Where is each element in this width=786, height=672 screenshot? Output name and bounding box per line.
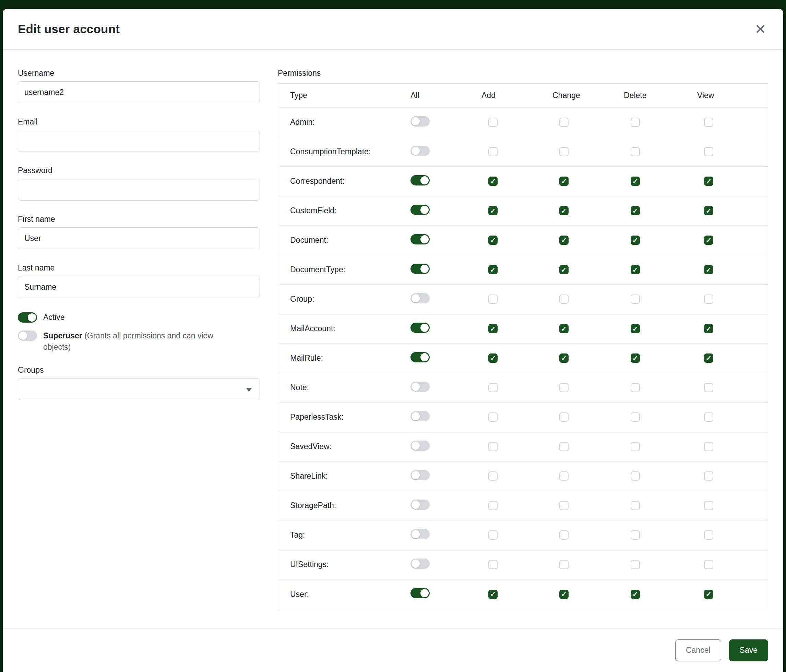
permission-checkbox-add[interactable] xyxy=(488,560,498,569)
username-input[interactable] xyxy=(18,81,260,103)
permission-checkbox-view[interactable] xyxy=(704,118,713,127)
permission-checkbox-delete[interactable] xyxy=(630,177,640,186)
permission-checkbox-view[interactable] xyxy=(704,206,713,215)
permission-checkbox-add[interactable] xyxy=(488,590,498,599)
permission-checkbox-delete[interactable] xyxy=(630,590,640,599)
permission-checkbox-view[interactable] xyxy=(704,560,713,569)
permission-checkbox-change[interactable] xyxy=(559,118,569,127)
permission-checkbox-view[interactable] xyxy=(704,383,713,392)
save-button[interactable]: Save xyxy=(729,639,768,661)
permission-checkbox-view[interactable] xyxy=(704,590,713,599)
email-field[interactable] xyxy=(18,130,260,152)
permission-checkbox-view[interactable] xyxy=(704,442,713,451)
permission-checkbox-delete[interactable] xyxy=(630,413,640,422)
groups-select[interactable] xyxy=(18,378,260,400)
permission-checkbox-view[interactable] xyxy=(704,413,713,422)
permission-checkbox-view[interactable] xyxy=(704,471,713,481)
permission-checkbox-view[interactable] xyxy=(704,147,713,156)
permission-checkbox-change[interactable] xyxy=(559,236,569,245)
permission-checkbox-delete[interactable] xyxy=(630,236,640,245)
permission-checkbox-view[interactable] xyxy=(704,265,713,274)
permission-checkbox-change[interactable] xyxy=(559,324,569,333)
permission-checkbox-delete[interactable] xyxy=(630,442,640,451)
permission-checkbox-delete[interactable] xyxy=(630,383,640,392)
permission-row: DocumentType: xyxy=(278,255,768,284)
permission-checkbox-delete[interactable] xyxy=(630,206,640,215)
superuser-toggle[interactable] xyxy=(18,331,37,341)
permission-checkbox-view[interactable] xyxy=(704,177,713,186)
permission-checkbox-view[interactable] xyxy=(704,324,713,333)
permission-checkbox-change[interactable] xyxy=(559,353,569,363)
permission-checkbox-add[interactable] xyxy=(488,206,498,215)
permission-checkbox-view[interactable] xyxy=(704,295,713,304)
permission-toggle-all[interactable] xyxy=(410,411,430,421)
first-name-input[interactable] xyxy=(18,227,260,249)
permission-checkbox-change[interactable] xyxy=(559,471,569,481)
permission-checkbox-change[interactable] xyxy=(559,531,569,540)
permission-toggle-all[interactable] xyxy=(410,146,430,156)
permission-checkbox-add[interactable] xyxy=(488,531,498,540)
permission-toggle-all[interactable] xyxy=(410,205,430,215)
permission-checkbox-add[interactable] xyxy=(488,442,498,451)
permission-checkbox-add[interactable] xyxy=(488,353,498,363)
permission-checkbox-view[interactable] xyxy=(704,236,713,245)
permission-checkbox-delete[interactable] xyxy=(630,353,640,363)
permission-checkbox-add[interactable] xyxy=(488,413,498,422)
permission-checkbox-delete[interactable] xyxy=(630,147,640,156)
permission-checkbox-change[interactable] xyxy=(559,147,569,156)
permission-checkbox-add[interactable] xyxy=(488,236,498,245)
permission-checkbox-add[interactable] xyxy=(488,147,498,156)
permission-toggle-all[interactable] xyxy=(410,234,430,245)
permission-toggle-all[interactable] xyxy=(410,470,430,480)
permission-checkbox-delete[interactable] xyxy=(630,118,640,127)
permission-checkbox-add[interactable] xyxy=(488,501,498,510)
permission-checkbox-delete[interactable] xyxy=(630,501,640,510)
permission-checkbox-change[interactable] xyxy=(559,590,569,599)
permission-checkbox-delete[interactable] xyxy=(630,324,640,333)
permission-toggle-all[interactable] xyxy=(410,293,430,303)
permission-checkbox-change[interactable] xyxy=(559,413,569,422)
permission-toggle-all[interactable] xyxy=(410,323,430,333)
cancel-button[interactable]: Cancel xyxy=(675,639,721,661)
column-header-delete: Delete xyxy=(624,91,697,100)
permission-toggle-all[interactable] xyxy=(410,175,430,185)
permission-type: Tag: xyxy=(290,531,410,540)
permission-checkbox-change[interactable] xyxy=(559,560,569,569)
permission-checkbox-add[interactable] xyxy=(488,265,498,274)
permission-checkbox-add[interactable] xyxy=(488,118,498,127)
permission-checkbox-view[interactable] xyxy=(704,501,713,510)
permission-toggle-all[interactable] xyxy=(410,264,430,274)
permission-checkbox-change[interactable] xyxy=(559,383,569,392)
permission-checkbox-add[interactable] xyxy=(488,324,498,333)
close-icon[interactable]: ✕ xyxy=(752,20,768,38)
permission-toggle-all[interactable] xyxy=(410,499,430,510)
permission-checkbox-change[interactable] xyxy=(559,177,569,186)
permission-toggle-all[interactable] xyxy=(410,588,430,598)
permission-toggle-all[interactable] xyxy=(410,559,430,569)
active-toggle[interactable] xyxy=(18,312,37,323)
permission-checkbox-add[interactable] xyxy=(488,295,498,304)
permission-toggle-all[interactable] xyxy=(410,529,430,539)
permission-checkbox-delete[interactable] xyxy=(630,265,640,274)
permission-checkbox-add[interactable] xyxy=(488,383,498,392)
password-field[interactable] xyxy=(18,179,260,201)
permission-checkbox-add[interactable] xyxy=(488,471,498,481)
permission-toggle-all[interactable] xyxy=(410,352,430,363)
permission-checkbox-delete[interactable] xyxy=(630,531,640,540)
permission-toggle-all[interactable] xyxy=(410,382,430,392)
permission-checkbox-change[interactable] xyxy=(559,501,569,510)
permission-checkbox-change[interactable] xyxy=(559,265,569,274)
permission-checkbox-change[interactable] xyxy=(559,295,569,304)
permission-checkbox-view[interactable] xyxy=(704,531,713,540)
permission-toggle-all[interactable] xyxy=(410,116,430,127)
permission-checkbox-change[interactable] xyxy=(559,442,569,451)
permission-checkbox-add[interactable] xyxy=(488,177,498,186)
last-name-input[interactable] xyxy=(18,276,260,298)
permission-checkbox-view[interactable] xyxy=(704,353,713,363)
modal-header: Edit user account ✕ xyxy=(3,9,783,50)
permission-checkbox-delete[interactable] xyxy=(630,295,640,304)
permission-checkbox-change[interactable] xyxy=(559,206,569,215)
permission-toggle-all[interactable] xyxy=(410,441,430,451)
permission-checkbox-delete[interactable] xyxy=(630,560,640,569)
permission-checkbox-delete[interactable] xyxy=(630,471,640,481)
